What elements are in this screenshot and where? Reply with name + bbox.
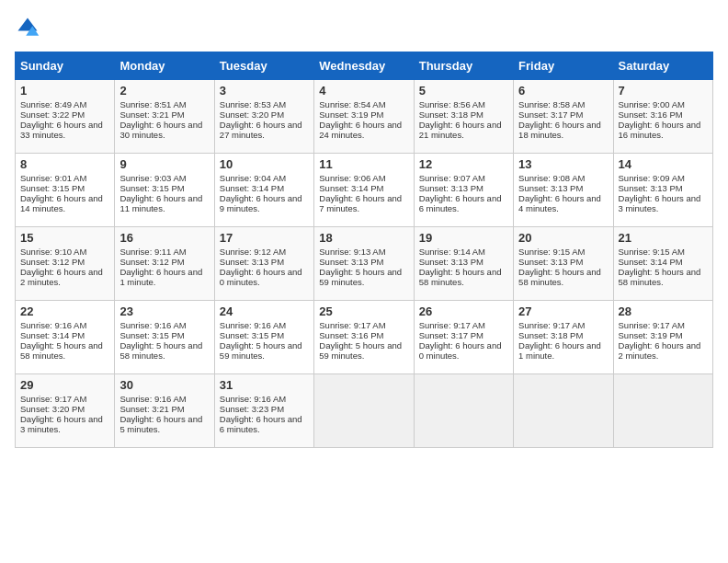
day-number: 13 bbox=[518, 157, 608, 171]
week-row-5: 29Sunrise: 9:17 AMSunset: 3:20 PMDayligh… bbox=[16, 374, 713, 448]
calendar-cell: 23Sunrise: 9:16 AMSunset: 3:15 PMDayligh… bbox=[115, 301, 214, 374]
day-number: 25 bbox=[319, 304, 408, 318]
sunrise-time: Sunrise: 9:01 AM bbox=[20, 173, 86, 183]
day-number: 8 bbox=[20, 157, 109, 171]
calendar-cell: 10Sunrise: 9:04 AMSunset: 3:14 PMDayligh… bbox=[214, 154, 313, 227]
sunrise-time: Sunrise: 9:17 AM bbox=[518, 320, 585, 330]
daylight-hours: Daylight: 6 hours and 6 minutes. bbox=[419, 193, 502, 213]
sunset-time: Sunset: 3:13 PM bbox=[419, 257, 483, 267]
day-number: 18 bbox=[319, 231, 408, 245]
week-row-4: 22Sunrise: 9:16 AMSunset: 3:14 PMDayligh… bbox=[16, 301, 713, 374]
daylight-hours: Daylight: 5 hours and 58 minutes. bbox=[119, 340, 202, 361]
daylight-hours: Daylight: 5 hours and 58 minutes. bbox=[419, 267, 502, 287]
daylight-hours: Daylight: 6 hours and 21 minutes. bbox=[419, 120, 502, 140]
day-number: 10 bbox=[220, 157, 309, 171]
calendar-cell: 29Sunrise: 9:17 AMSunset: 3:20 PMDayligh… bbox=[16, 374, 115, 448]
sunrise-time: Sunrise: 9:17 AM bbox=[619, 320, 685, 330]
sunset-time: Sunset: 3:19 PM bbox=[319, 109, 383, 120]
sunset-time: Sunset: 3:16 PM bbox=[619, 109, 683, 120]
daylight-hours: Daylight: 6 hours and 14 minutes. bbox=[20, 193, 103, 213]
day-number: 22 bbox=[20, 304, 109, 318]
sunrise-time: Sunrise: 9:09 AM bbox=[619, 173, 685, 183]
calendar-cell: 20Sunrise: 9:15 AMSunset: 3:13 PMDayligh… bbox=[514, 227, 613, 301]
calendar-cell bbox=[314, 374, 414, 448]
day-number: 30 bbox=[119, 378, 209, 392]
page-header bbox=[15, 15, 713, 40]
sunrise-time: Sunrise: 9:16 AM bbox=[220, 394, 286, 404]
calendar-cell: 18Sunrise: 9:13 AMSunset: 3:13 PMDayligh… bbox=[314, 227, 414, 301]
daylight-hours: Daylight: 6 hours and 2 minutes. bbox=[20, 267, 103, 287]
sunset-time: Sunset: 3:15 PM bbox=[119, 330, 184, 340]
sunset-time: Sunset: 3:17 PM bbox=[518, 109, 583, 120]
daylight-hours: Daylight: 5 hours and 59 minutes. bbox=[220, 340, 302, 361]
sunset-time: Sunset: 3:13 PM bbox=[518, 183, 583, 193]
day-number: 20 bbox=[518, 231, 608, 245]
sunrise-time: Sunrise: 9:14 AM bbox=[419, 247, 485, 257]
day-number: 17 bbox=[220, 231, 309, 245]
daylight-hours: Daylight: 6 hours and 18 minutes. bbox=[518, 120, 601, 140]
calendar-cell: 4Sunrise: 8:54 AMSunset: 3:19 PMDaylight… bbox=[314, 80, 414, 154]
calendar-cell: 1Sunrise: 8:49 AMSunset: 3:22 PMDaylight… bbox=[16, 80, 115, 154]
calendar-cell: 17Sunrise: 9:12 AMSunset: 3:13 PMDayligh… bbox=[214, 227, 313, 301]
calendar-cell bbox=[514, 374, 613, 448]
col-header-friday: Friday bbox=[514, 52, 613, 80]
daylight-hours: Daylight: 6 hours and 9 minutes. bbox=[220, 193, 302, 213]
col-header-monday: Monday bbox=[115, 52, 214, 80]
sunrise-time: Sunrise: 9:16 AM bbox=[20, 320, 86, 330]
calendar-cell: 26Sunrise: 9:17 AMSunset: 3:17 PMDayligh… bbox=[414, 301, 513, 374]
sunrise-time: Sunrise: 9:06 AM bbox=[319, 173, 385, 183]
sunrise-time: Sunrise: 9:17 AM bbox=[319, 320, 385, 330]
sunset-time: Sunset: 3:12 PM bbox=[119, 257, 184, 267]
calendar-cell: 28Sunrise: 9:17 AMSunset: 3:19 PMDayligh… bbox=[613, 301, 712, 374]
daylight-hours: Daylight: 6 hours and 0 minutes. bbox=[419, 340, 502, 361]
day-number: 9 bbox=[119, 157, 209, 171]
sunset-time: Sunset: 3:16 PM bbox=[319, 330, 383, 340]
sunrise-time: Sunrise: 8:51 AM bbox=[119, 99, 186, 109]
day-number: 31 bbox=[220, 378, 309, 392]
day-number: 19 bbox=[419, 231, 508, 245]
daylight-hours: Daylight: 6 hours and 1 minute. bbox=[119, 267, 202, 287]
calendar-cell: 5Sunrise: 8:56 AMSunset: 3:18 PMDaylight… bbox=[414, 80, 513, 154]
sunset-time: Sunset: 3:13 PM bbox=[518, 257, 583, 267]
calendar-cell: 31Sunrise: 9:16 AMSunset: 3:23 PMDayligh… bbox=[214, 374, 313, 448]
daylight-hours: Daylight: 5 hours and 59 minutes. bbox=[319, 340, 402, 361]
daylight-hours: Daylight: 6 hours and 4 minutes. bbox=[518, 193, 601, 213]
calendar-cell: 25Sunrise: 9:17 AMSunset: 3:16 PMDayligh… bbox=[314, 301, 414, 374]
daylight-hours: Daylight: 5 hours and 58 minutes. bbox=[619, 267, 701, 287]
col-header-thursday: Thursday bbox=[414, 52, 513, 80]
calendar-cell: 16Sunrise: 9:11 AMSunset: 3:12 PMDayligh… bbox=[115, 227, 214, 301]
day-number: 29 bbox=[20, 378, 109, 392]
sunset-time: Sunset: 3:14 PM bbox=[20, 330, 85, 340]
week-row-2: 8Sunrise: 9:01 AMSunset: 3:15 PMDaylight… bbox=[16, 154, 713, 227]
sunrise-time: Sunrise: 9:16 AM bbox=[119, 394, 186, 404]
calendar-cell bbox=[414, 374, 513, 448]
day-number: 11 bbox=[319, 157, 408, 171]
sunset-time: Sunset: 3:18 PM bbox=[419, 109, 483, 120]
sunrise-time: Sunrise: 9:08 AM bbox=[518, 173, 585, 183]
daylight-hours: Daylight: 6 hours and 2 minutes. bbox=[619, 340, 701, 361]
calendar-cell bbox=[613, 374, 712, 448]
day-number: 12 bbox=[419, 157, 508, 171]
day-number: 26 bbox=[419, 304, 508, 318]
sunrise-time: Sunrise: 9:16 AM bbox=[220, 320, 286, 330]
sunset-time: Sunset: 3:15 PM bbox=[220, 330, 284, 340]
daylight-hours: Daylight: 6 hours and 5 minutes. bbox=[119, 414, 202, 434]
sunrise-time: Sunrise: 8:49 AM bbox=[20, 99, 86, 109]
day-number: 6 bbox=[518, 84, 608, 98]
calendar-cell: 7Sunrise: 9:00 AMSunset: 3:16 PMDaylight… bbox=[613, 80, 712, 154]
sunset-time: Sunset: 3:14 PM bbox=[220, 183, 284, 193]
daylight-hours: Daylight: 6 hours and 3 minutes. bbox=[20, 414, 103, 434]
sunrise-time: Sunrise: 9:07 AM bbox=[419, 173, 485, 183]
calendar-cell: 15Sunrise: 9:10 AMSunset: 3:12 PMDayligh… bbox=[16, 227, 115, 301]
sunrise-time: Sunrise: 9:16 AM bbox=[119, 320, 186, 330]
daylight-hours: Daylight: 5 hours and 58 minutes. bbox=[518, 267, 601, 287]
calendar-table: SundayMondayTuesdayWednesdayThursdayFrid… bbox=[15, 52, 713, 448]
sunset-time: Sunset: 3:19 PM bbox=[619, 330, 683, 340]
daylight-hours: Daylight: 6 hours and 7 minutes. bbox=[319, 193, 402, 213]
daylight-hours: Daylight: 5 hours and 58 minutes. bbox=[20, 340, 103, 361]
sunset-time: Sunset: 3:12 PM bbox=[20, 257, 85, 267]
daylight-hours: Daylight: 6 hours and 16 minutes. bbox=[619, 120, 701, 140]
calendar-cell: 30Sunrise: 9:16 AMSunset: 3:21 PMDayligh… bbox=[115, 374, 214, 448]
col-header-tuesday: Tuesday bbox=[214, 52, 313, 80]
calendar-cell: 6Sunrise: 8:58 AMSunset: 3:17 PMDaylight… bbox=[514, 80, 613, 154]
